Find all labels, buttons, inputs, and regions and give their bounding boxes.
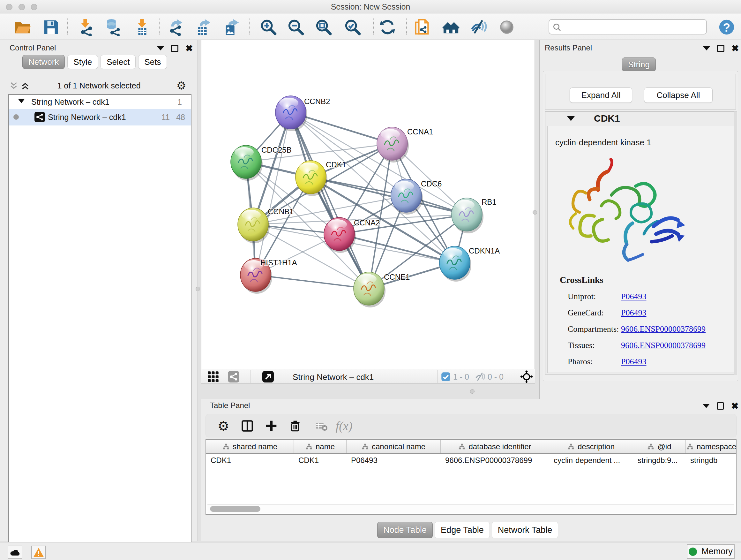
network-edge[interactable] bbox=[256, 275, 369, 289]
network-type-icon[interactable] bbox=[228, 371, 239, 382]
crosslink-link[interactable]: P06493 bbox=[621, 308, 646, 318]
memory-button[interactable]: Memory bbox=[687, 544, 735, 559]
import-table-icon[interactable] bbox=[133, 18, 151, 37]
save-session-icon[interactable] bbox=[42, 18, 60, 37]
network-node-ccnb2[interactable]: CCNB2 bbox=[275, 96, 330, 131]
import-network-icon[interactable] bbox=[77, 18, 96, 37]
network-node-ccna1[interactable]: CCNA1 bbox=[377, 127, 433, 163]
show-graphics-icon[interactable] bbox=[497, 18, 516, 37]
help-icon[interactable]: ? bbox=[718, 18, 736, 37]
gene-section-collapse-icon[interactable] bbox=[567, 116, 575, 121]
column-header-description[interactable]: description bbox=[549, 440, 633, 453]
network-canvas[interactable]: CCNB2CCNA1CDC25BCDK1CDC6RB1CCNB1CCNA2CDK… bbox=[201, 40, 535, 369]
results-panel-close-icon[interactable]: ✖ bbox=[731, 45, 739, 52]
table-panel-close-icon[interactable]: ✖ bbox=[731, 402, 738, 410]
network-edge[interactable] bbox=[369, 144, 392, 289]
table-cell[interactable]: 9606.ENSP00000378699 bbox=[441, 454, 549, 468]
node-table[interactable]: shared namenamecanonical namedatabase id… bbox=[205, 439, 737, 515]
network-node-ccnb1[interactable]: CCNB1 bbox=[238, 207, 293, 243]
refresh-icon[interactable] bbox=[378, 18, 397, 37]
hide-graphics-icon[interactable] bbox=[469, 18, 488, 37]
birdseye-grid-icon[interactable] bbox=[207, 371, 219, 382]
tab-node-table[interactable]: Node Table bbox=[377, 522, 433, 538]
table-hscrollbar[interactable] bbox=[207, 504, 734, 513]
right-splitter-handle[interactable] bbox=[533, 210, 537, 214]
tab-sets[interactable]: Sets bbox=[138, 55, 167, 69]
tab-network-table[interactable]: Network Table bbox=[492, 522, 558, 538]
zoom-out-icon[interactable] bbox=[286, 18, 305, 37]
network-row-selected[interactable]: String Network – cdk1 11 48 bbox=[9, 109, 191, 125]
open-in-new-window-icon[interactable] bbox=[262, 371, 274, 382]
network-node-hist1h1a[interactable]: HIST1H1A bbox=[240, 258, 297, 294]
export-network-icon[interactable] bbox=[167, 18, 185, 37]
network-collection-row[interactable]: String Network – cdk1 1 bbox=[9, 95, 191, 109]
create-column-plus-icon[interactable] bbox=[263, 418, 279, 434]
import-database-icon[interactable] bbox=[104, 18, 123, 37]
cloud-status-icon[interactable] bbox=[8, 546, 22, 559]
expand-all-button[interactable]: Expand All bbox=[569, 87, 632, 103]
node-label: HIST1H1A bbox=[260, 258, 297, 267]
results-scrollbar[interactable] bbox=[734, 111, 737, 374]
column-header-shared-name[interactable]: shared name bbox=[206, 440, 294, 453]
network-node-cdkn1a[interactable]: CDKN1A bbox=[440, 246, 500, 282]
tab-network[interactable]: Network bbox=[22, 55, 65, 69]
table-hscrollbar-thumb[interactable] bbox=[210, 506, 260, 512]
crosslink-link[interactable]: P06493 bbox=[621, 357, 646, 367]
clone-network-icon[interactable] bbox=[413, 18, 432, 37]
results-panel-float-icon[interactable] bbox=[717, 45, 724, 52]
warning-status-icon[interactable] bbox=[31, 546, 46, 559]
network-node-cdc6[interactable]: CDC6 bbox=[391, 179, 442, 214]
show-columns-icon[interactable] bbox=[239, 418, 255, 434]
export-image-icon[interactable] bbox=[222, 18, 241, 37]
crosslink-link[interactable]: 9606.ENSP00000378699 bbox=[621, 341, 705, 350]
control-panel-collapse-icon[interactable] bbox=[157, 46, 164, 51]
delete-column-trash-icon[interactable] bbox=[287, 418, 303, 434]
column-header--id[interactable]: @id bbox=[633, 440, 686, 453]
tab-style[interactable]: Style bbox=[67, 55, 98, 69]
results-panel-collapse-icon[interactable] bbox=[703, 46, 710, 51]
zoom-fit-icon[interactable] bbox=[314, 18, 333, 37]
tab-select[interactable]: Select bbox=[100, 55, 136, 69]
zoom-in-icon[interactable] bbox=[259, 18, 278, 37]
table-cell[interactable]: P06493 bbox=[347, 454, 441, 468]
network-edge[interactable] bbox=[256, 112, 291, 275]
column-header-canonical-name[interactable]: canonical name bbox=[347, 440, 441, 453]
export-table-icon[interactable] bbox=[194, 18, 213, 37]
network-node-cdk1[interactable]: CDK1 bbox=[295, 160, 346, 196]
zoom-selected-icon[interactable] bbox=[343, 18, 362, 37]
selected-checkbox-icon[interactable] bbox=[441, 372, 451, 381]
table-cell[interactable]: CDK1 bbox=[206, 454, 294, 468]
tab-string[interactable]: String bbox=[622, 57, 656, 71]
crosslink-link[interactable]: 9606.ENSP00000378699 bbox=[621, 324, 705, 334]
fit-content-crosshair-icon[interactable] bbox=[520, 370, 533, 383]
control-panel-close-icon[interactable]: ✖ bbox=[185, 45, 193, 52]
column-header-namespace[interactable]: namespace bbox=[686, 440, 737, 453]
table-cell[interactable]: CDK1 bbox=[294, 454, 347, 468]
table-panel-float-icon[interactable] bbox=[717, 402, 724, 410]
string-home-icon[interactable] bbox=[442, 18, 460, 37]
table-panel-collapse-icon[interactable] bbox=[703, 404, 710, 408]
column-header-name[interactable]: name bbox=[294, 440, 347, 453]
table-cell[interactable]: stringdb:9... bbox=[633, 454, 686, 468]
horizontal-splitter-handle[interactable] bbox=[470, 389, 475, 394]
open-session-icon[interactable] bbox=[13, 18, 32, 37]
collapse-all-button[interactable]: Collapse All bbox=[644, 87, 713, 103]
crosslink-link[interactable]: P06493 bbox=[621, 292, 646, 301]
node-label: CCNA2 bbox=[354, 219, 380, 227]
table-cell[interactable]: cyclin-dependent ... bbox=[549, 454, 633, 468]
column-header-database-identifier[interactable]: database identifier bbox=[441, 440, 549, 453]
network-node-ccne1[interactable]: CCNE1 bbox=[354, 272, 410, 307]
network-node-ccna2[interactable]: CCNA2 bbox=[324, 217, 380, 253]
network-node-cdc25b[interactable]: CDC25B bbox=[231, 145, 292, 181]
network-options-gear-icon[interactable]: ⚙ bbox=[177, 79, 186, 92]
control-panel-float-icon[interactable] bbox=[171, 45, 179, 52]
left-splitter-handle[interactable] bbox=[196, 287, 200, 291]
network-edge[interactable] bbox=[291, 112, 369, 289]
gene-section-header[interactable]: CDK1 bbox=[545, 112, 736, 126]
table-cell[interactable]: stringdb bbox=[686, 454, 737, 468]
search-input[interactable] bbox=[549, 19, 707, 35]
network-node-rb1[interactable]: RB1 bbox=[452, 198, 496, 233]
collection-expand-icon[interactable] bbox=[18, 99, 25, 103]
tab-edge-table[interactable]: Edge Table bbox=[434, 522, 490, 538]
table-settings-gear-icon[interactable]: ⚙ bbox=[215, 418, 231, 434]
